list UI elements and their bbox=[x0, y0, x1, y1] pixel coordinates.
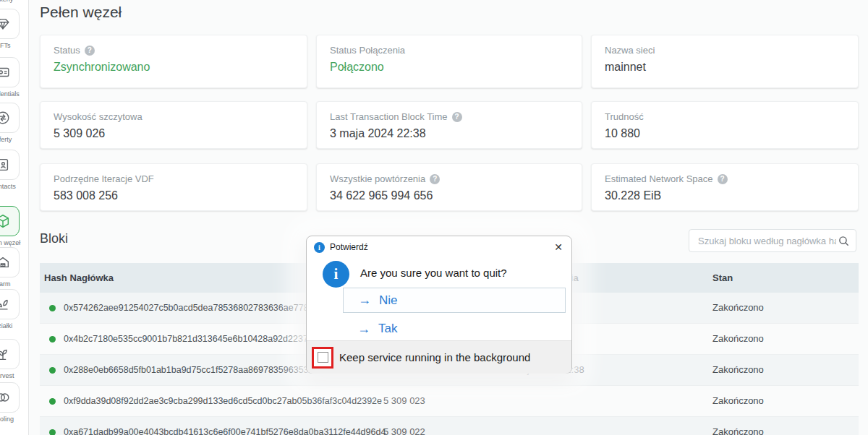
finished-status-dot bbox=[49, 305, 56, 311]
sidebar-item-nfts[interactable]: NFTs bbox=[0, 9, 20, 39]
plots-leaf-icon bbox=[0, 289, 20, 319]
sidebar-item-label: Contacts bbox=[0, 183, 16, 190]
block-search-input[interactable] bbox=[697, 235, 838, 247]
keep-service-checkbox[interactable] bbox=[318, 352, 328, 363]
card-value: 3 maja 2024 22:38 bbox=[330, 127, 569, 140]
card-value: Połączono bbox=[330, 61, 569, 74]
contacts-book-icon bbox=[0, 150, 20, 180]
block-search bbox=[689, 229, 856, 252]
block-hash[interactable]: 0xf9dda39d08f92dd2ae3c9cba299d133ed6cd5c… bbox=[64, 386, 382, 416]
sidebar-item-label: Farm bbox=[0, 280, 11, 288]
card-peak-height: Wysokość szczytowa 5 309 026 bbox=[40, 101, 307, 149]
card-label: Wszystkie powtórzenia bbox=[330, 173, 425, 184]
block-state: Zakończono bbox=[712, 324, 764, 354]
sidebar-item-offers[interactable]: Oferty bbox=[0, 103, 20, 133]
sidebar-item-label: Pooling bbox=[0, 415, 14, 423]
block-height: 5 309 022 bbox=[383, 417, 425, 435]
sidebar-item-label: Pełen węzeł bbox=[0, 239, 20, 246]
full-node-cube-icon bbox=[0, 206, 20, 236]
credentials-card-icon bbox=[0, 57, 20, 87]
block-hash[interactable]: 0xa671dadb99a00e4043bcdb41613c6e6f00e741… bbox=[64, 417, 386, 435]
dialog-title: Potwierdź bbox=[330, 242, 368, 252]
help-icon[interactable]: ? bbox=[718, 174, 728, 184]
card-connection-status: Status Połączenia Połączono bbox=[316, 35, 582, 88]
dialog-titlebar: i Potwierdź ✕ bbox=[307, 236, 571, 258]
sidebar-item-full-node[interactable]: Pełen węzeł bbox=[0, 206, 20, 236]
block-hash[interactable]: 0x288e0eb6658d5fb01ab1ba9d75cc1f5278aa86… bbox=[64, 355, 336, 385]
info-circle-icon: i bbox=[323, 261, 349, 288]
sidebar-item-label: Harvest bbox=[0, 372, 14, 379]
card-status: Status? Zsynchronizowano bbox=[40, 35, 307, 88]
card-label: Status bbox=[54, 45, 80, 56]
sidebar-item-label: NFTs bbox=[0, 42, 11, 49]
sidebar-item-contacts[interactable]: Contacts bbox=[0, 150, 20, 180]
finished-status-dot bbox=[49, 367, 56, 374]
sidebar-item-plots[interactable]: Działki bbox=[0, 289, 20, 319]
card-network-name: Nazwa sieci mainnet bbox=[591, 35, 859, 88]
farm-barn-icon bbox=[0, 247, 20, 277]
card-estimated-network-space: Estimated Network Space? 30.228 EiB bbox=[591, 163, 859, 211]
arrow-right-icon: → bbox=[358, 293, 371, 308]
sidebar-item-credentials[interactable]: Credentials bbox=[0, 57, 20, 87]
card-label: Nazwa sieci bbox=[605, 45, 655, 56]
help-icon[interactable]: ? bbox=[452, 112, 462, 122]
sidebar: Tokeny NFTs Credentials Oferty Contacts … bbox=[0, 0, 29, 435]
card-value: 30.228 EiB bbox=[605, 189, 845, 202]
sidebar-item-pooling[interactable]: Pooling bbox=[0, 382, 20, 413]
card-value: 34 622 965 994 656 bbox=[330, 189, 569, 202]
sidebar-item-label: Credentials bbox=[0, 90, 20, 98]
block-hash[interactable]: 0x574262aee91254027c5b0acd5dea7853680278… bbox=[64, 293, 339, 323]
card-value: 10 880 bbox=[605, 127, 845, 140]
sidebar-item-label: Oferty bbox=[0, 136, 12, 143]
help-icon[interactable]: ? bbox=[430, 174, 440, 184]
harvest-plant-icon bbox=[0, 339, 20, 369]
arrow-right-icon: → bbox=[357, 322, 370, 337]
sidebar-item-harvest[interactable]: Harvest bbox=[0, 339, 20, 369]
confirm-dialog: i Potwierdź ✕ i Are you sure you want to… bbox=[306, 236, 572, 374]
nft-diamond-icon bbox=[0, 9, 20, 39]
block-state: Zakończono bbox=[712, 386, 764, 416]
block-state: Zakończono bbox=[712, 293, 764, 323]
card-label: Wysokość szczytowa bbox=[54, 111, 142, 122]
card-label: Trudność bbox=[605, 111, 644, 122]
block-state: Zakończono bbox=[712, 355, 764, 385]
block-height: 5 309 023 bbox=[383, 386, 425, 416]
card-label: Status Połączenia bbox=[330, 45, 405, 56]
table-row[interactable]: 0xf9dda39d08f92dd2ae3c9cba299d133ed6cd5c… bbox=[40, 386, 859, 417]
keep-service-checkbox-label: Keep service running in the background bbox=[339, 351, 530, 363]
red-highlight-annotation bbox=[312, 347, 333, 369]
yes-button-label: Tak bbox=[378, 322, 397, 336]
search-icon[interactable] bbox=[838, 235, 850, 247]
sidebar-item-label: Działki bbox=[0, 322, 12, 330]
sidebar-item-farm[interactable]: Farm bbox=[0, 247, 20, 277]
card-label: Last Transaction Block Time bbox=[330, 111, 448, 122]
close-icon[interactable]: ✕ bbox=[554, 242, 563, 252]
table-row[interactable]: 0xa671dadb99a00e4043bcdb41613c6e6f00e741… bbox=[40, 417, 859, 435]
header-hash: Hash Nagłówka bbox=[44, 263, 114, 293]
card-value: 5 309 026 bbox=[54, 127, 294, 140]
finished-status-dot bbox=[49, 336, 56, 343]
offers-exchange-icon bbox=[0, 103, 20, 133]
block-hash[interactable]: 0x4b2c7180e535cc9001b7b821d313645e6b1042… bbox=[64, 324, 336, 354]
card-vdf-sub-slot-iterations: Podrzędne Iteracje VDF 583 008 256 bbox=[40, 163, 307, 211]
yes-button[interactable]: → Tak bbox=[343, 318, 566, 340]
finished-status-dot bbox=[49, 429, 56, 435]
block-state: Zakończono bbox=[712, 417, 764, 435]
card-label: Podrzędne Iteracje VDF bbox=[54, 173, 154, 184]
card-value: 583 008 256 bbox=[54, 189, 294, 202]
help-icon[interactable]: ? bbox=[85, 46, 95, 56]
finished-status-dot bbox=[49, 398, 56, 405]
no-button[interactable]: → Nie bbox=[343, 288, 566, 313]
info-icon: i bbox=[314, 242, 325, 253]
blocks-section-title: Bloki bbox=[40, 231, 68, 246]
card-value: Zsynchronizowano bbox=[54, 61, 294, 74]
header-state: Stan bbox=[712, 263, 733, 293]
page-title: Pełen węzeł bbox=[40, 4, 122, 21]
card-difficulty: Trudność 10 880 bbox=[591, 101, 859, 149]
dialog-footer: Keep service running in the background bbox=[307, 340, 571, 374]
pooling-circles-icon bbox=[0, 382, 20, 413]
sidebar-item-label: Tokeny bbox=[0, 0, 13, 3]
dialog-message: Are you sure you want to quit? bbox=[360, 267, 507, 279]
card-label: Estimated Network Space bbox=[605, 173, 713, 184]
card-value: mainnet bbox=[605, 61, 845, 74]
